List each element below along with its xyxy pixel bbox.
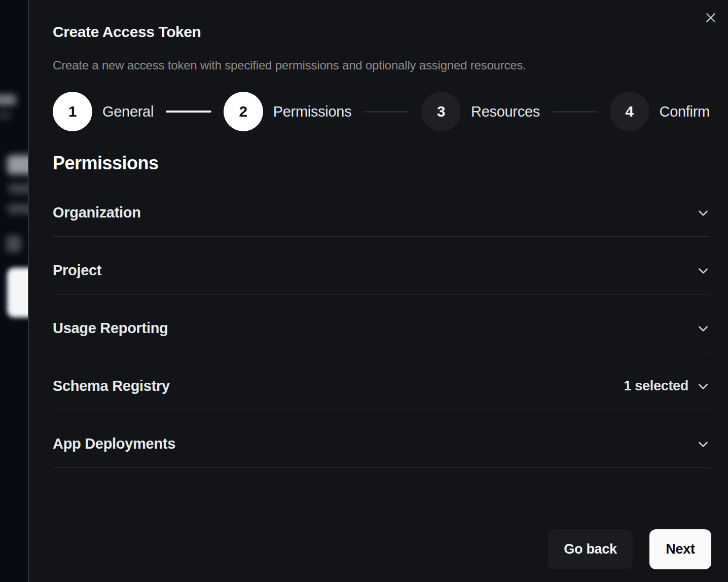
step-resources[interactable]: 3 Resources xyxy=(421,92,540,131)
step-resources-number: 3 xyxy=(421,92,461,131)
close-button[interactable] xyxy=(702,9,720,27)
dialog-subtitle: Create a new access token with specified… xyxy=(53,58,710,73)
background-blur-button xyxy=(7,268,29,317)
dialog-footer: Go back Next xyxy=(29,529,711,569)
stepper-connector-pending xyxy=(363,111,409,113)
background-blur-text xyxy=(7,204,29,214)
step-confirm[interactable]: 4 Confirm xyxy=(610,92,710,131)
chevron-down-icon[interactable] xyxy=(697,264,710,277)
next-button[interactable]: Next xyxy=(649,529,711,569)
chevron-down-icon[interactable] xyxy=(697,380,710,393)
accordion-label: Usage Reporting xyxy=(53,320,697,337)
close-icon xyxy=(704,11,717,26)
step-general[interactable]: 1 General xyxy=(53,92,154,131)
chevron-down-icon[interactable] xyxy=(697,438,710,451)
background-blur-nav-item xyxy=(0,112,11,119)
chevron-down-icon[interactable] xyxy=(697,206,710,220)
step-general-label: General xyxy=(102,103,154,120)
background-blur-heading xyxy=(7,155,29,174)
accordion-row-organization[interactable]: Organization xyxy=(53,179,710,237)
accordion-label: Schema Registry xyxy=(53,378,624,394)
accordion-row-schema-registry[interactable]: Schema Registry 1 selected xyxy=(53,352,710,410)
step-confirm-label: Confirm xyxy=(660,103,710,120)
step-general-number: 1 xyxy=(53,92,92,131)
create-access-token-dialog: Create Access Token Create a new access … xyxy=(28,0,728,582)
background-blur-icon xyxy=(6,235,21,252)
step-permissions-number: 2 xyxy=(224,92,263,131)
dialog-title: Create Access Token xyxy=(53,22,710,42)
permissions-accordion: Organization Project Usage Reporting Sch… xyxy=(53,179,710,468)
background-blur-nav-item xyxy=(0,94,16,105)
accordion-label: Project xyxy=(53,262,697,279)
accordion-row-app-deployments[interactable]: App Deployments xyxy=(53,410,710,468)
background-page xyxy=(0,0,29,582)
accordion-row-usage-reporting[interactable]: Usage Reporting xyxy=(53,295,710,352)
stepper: 1 General 2 Permissions 3 Resources 4 Co… xyxy=(53,92,710,131)
stepper-connector-done xyxy=(166,111,211,113)
step-permissions-label: Permissions xyxy=(273,103,352,120)
go-back-button[interactable]: Go back xyxy=(548,529,633,569)
accordion-label: App Deployments xyxy=(53,435,697,452)
background-blur-text xyxy=(8,184,29,194)
chevron-down-icon[interactable] xyxy=(697,322,710,335)
selected-count-badge: 1 selected xyxy=(624,378,688,394)
permissions-heading: Permissions xyxy=(53,152,710,174)
step-permissions[interactable]: 2 Permissions xyxy=(224,92,352,131)
accordion-row-project[interactable]: Project xyxy=(53,237,710,295)
step-resources-label: Resources xyxy=(471,103,540,120)
accordion-label: Organization xyxy=(53,204,697,221)
stepper-connector-pending xyxy=(552,111,598,113)
step-confirm-number: 4 xyxy=(610,92,649,131)
